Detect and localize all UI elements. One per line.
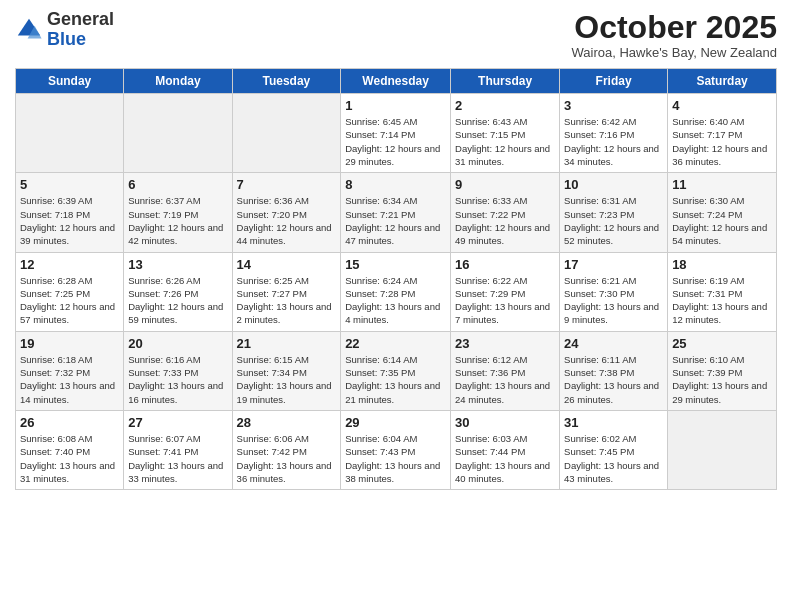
cell-date-number: 23 (455, 336, 555, 351)
cell-date-number: 24 (564, 336, 663, 351)
day-cell-28: 28Sunrise: 6:06 AM Sunset: 7:42 PM Dayli… (232, 410, 341, 489)
week-row-4: 19Sunrise: 6:18 AM Sunset: 7:32 PM Dayli… (16, 331, 777, 410)
day-cell-12: 12Sunrise: 6:28 AM Sunset: 7:25 PM Dayli… (16, 252, 124, 331)
header: General Blue October 2025 Wairoa, Hawke'… (15, 10, 777, 60)
day-header-saturday: Saturday (668, 69, 777, 94)
day-cell-2: 2Sunrise: 6:43 AM Sunset: 7:15 PM Daylig… (451, 94, 560, 173)
cell-daylight-info: Sunrise: 6:42 AM Sunset: 7:16 PM Dayligh… (564, 115, 663, 168)
day-cell-13: 13Sunrise: 6:26 AM Sunset: 7:26 PM Dayli… (124, 252, 232, 331)
day-cell-7: 7Sunrise: 6:36 AM Sunset: 7:20 PM Daylig… (232, 173, 341, 252)
cell-daylight-info: Sunrise: 6:06 AM Sunset: 7:42 PM Dayligh… (237, 432, 337, 485)
cell-date-number: 30 (455, 415, 555, 430)
cell-date-number: 22 (345, 336, 446, 351)
logo: General Blue (15, 10, 114, 50)
cell-daylight-info: Sunrise: 6:24 AM Sunset: 7:28 PM Dayligh… (345, 274, 446, 327)
cell-date-number: 6 (128, 177, 227, 192)
cell-daylight-info: Sunrise: 6:26 AM Sunset: 7:26 PM Dayligh… (128, 274, 227, 327)
cell-date-number: 26 (20, 415, 119, 430)
cell-date-number: 13 (128, 257, 227, 272)
day-header-thursday: Thursday (451, 69, 560, 94)
day-cell-19: 19Sunrise: 6:18 AM Sunset: 7:32 PM Dayli… (16, 331, 124, 410)
day-header-sunday: Sunday (16, 69, 124, 94)
logo-text: General Blue (47, 10, 114, 50)
cell-date-number: 29 (345, 415, 446, 430)
cell-daylight-info: Sunrise: 6:25 AM Sunset: 7:27 PM Dayligh… (237, 274, 337, 327)
day-cell-18: 18Sunrise: 6:19 AM Sunset: 7:31 PM Dayli… (668, 252, 777, 331)
day-cell-3: 3Sunrise: 6:42 AM Sunset: 7:16 PM Daylig… (560, 94, 668, 173)
week-row-2: 5Sunrise: 6:39 AM Sunset: 7:18 PM Daylig… (16, 173, 777, 252)
cell-daylight-info: Sunrise: 6:22 AM Sunset: 7:29 PM Dayligh… (455, 274, 555, 327)
cell-date-number: 28 (237, 415, 337, 430)
cell-daylight-info: Sunrise: 6:11 AM Sunset: 7:38 PM Dayligh… (564, 353, 663, 406)
week-row-1: 1Sunrise: 6:45 AM Sunset: 7:14 PM Daylig… (16, 94, 777, 173)
day-cell-27: 27Sunrise: 6:07 AM Sunset: 7:41 PM Dayli… (124, 410, 232, 489)
day-cell-24: 24Sunrise: 6:11 AM Sunset: 7:38 PM Dayli… (560, 331, 668, 410)
day-cell-17: 17Sunrise: 6:21 AM Sunset: 7:30 PM Dayli… (560, 252, 668, 331)
day-cell-25: 25Sunrise: 6:10 AM Sunset: 7:39 PM Dayli… (668, 331, 777, 410)
week-row-3: 12Sunrise: 6:28 AM Sunset: 7:25 PM Dayli… (16, 252, 777, 331)
cell-daylight-info: Sunrise: 6:14 AM Sunset: 7:35 PM Dayligh… (345, 353, 446, 406)
logo-blue-text: Blue (47, 29, 86, 49)
day-cell-15: 15Sunrise: 6:24 AM Sunset: 7:28 PM Dayli… (341, 252, 451, 331)
day-header-monday: Monday (124, 69, 232, 94)
cell-date-number: 12 (20, 257, 119, 272)
cell-date-number: 8 (345, 177, 446, 192)
day-cell-empty (16, 94, 124, 173)
cell-date-number: 5 (20, 177, 119, 192)
cell-date-number: 18 (672, 257, 772, 272)
cell-daylight-info: Sunrise: 6:28 AM Sunset: 7:25 PM Dayligh… (20, 274, 119, 327)
cell-daylight-info: Sunrise: 6:45 AM Sunset: 7:14 PM Dayligh… (345, 115, 446, 168)
cell-daylight-info: Sunrise: 6:10 AM Sunset: 7:39 PM Dayligh… (672, 353, 772, 406)
cell-date-number: 7 (237, 177, 337, 192)
calendar-table: SundayMondayTuesdayWednesdayThursdayFrid… (15, 68, 777, 490)
day-cell-22: 22Sunrise: 6:14 AM Sunset: 7:35 PM Dayli… (341, 331, 451, 410)
cell-daylight-info: Sunrise: 6:15 AM Sunset: 7:34 PM Dayligh… (237, 353, 337, 406)
cell-daylight-info: Sunrise: 6:43 AM Sunset: 7:15 PM Dayligh… (455, 115, 555, 168)
day-cell-30: 30Sunrise: 6:03 AM Sunset: 7:44 PM Dayli… (451, 410, 560, 489)
cell-daylight-info: Sunrise: 6:30 AM Sunset: 7:24 PM Dayligh… (672, 194, 772, 247)
cell-daylight-info: Sunrise: 6:36 AM Sunset: 7:20 PM Dayligh… (237, 194, 337, 247)
calendar-container: General Blue October 2025 Wairoa, Hawke'… (0, 0, 792, 500)
cell-daylight-info: Sunrise: 6:37 AM Sunset: 7:19 PM Dayligh… (128, 194, 227, 247)
logo-icon (15, 16, 43, 44)
day-cell-26: 26Sunrise: 6:08 AM Sunset: 7:40 PM Dayli… (16, 410, 124, 489)
day-cell-23: 23Sunrise: 6:12 AM Sunset: 7:36 PM Dayli… (451, 331, 560, 410)
cell-date-number: 15 (345, 257, 446, 272)
cell-date-number: 1 (345, 98, 446, 113)
location-subtitle: Wairoa, Hawke's Bay, New Zealand (571, 45, 777, 60)
cell-date-number: 4 (672, 98, 772, 113)
cell-date-number: 16 (455, 257, 555, 272)
cell-date-number: 19 (20, 336, 119, 351)
cell-date-number: 25 (672, 336, 772, 351)
cell-date-number: 17 (564, 257, 663, 272)
cell-daylight-info: Sunrise: 6:21 AM Sunset: 7:30 PM Dayligh… (564, 274, 663, 327)
day-cell-21: 21Sunrise: 6:15 AM Sunset: 7:34 PM Dayli… (232, 331, 341, 410)
cell-daylight-info: Sunrise: 6:03 AM Sunset: 7:44 PM Dayligh… (455, 432, 555, 485)
day-cell-6: 6Sunrise: 6:37 AM Sunset: 7:19 PM Daylig… (124, 173, 232, 252)
logo-general-text: General (47, 9, 114, 29)
cell-daylight-info: Sunrise: 6:18 AM Sunset: 7:32 PM Dayligh… (20, 353, 119, 406)
day-header-row: SundayMondayTuesdayWednesdayThursdayFrid… (16, 69, 777, 94)
day-cell-4: 4Sunrise: 6:40 AM Sunset: 7:17 PM Daylig… (668, 94, 777, 173)
cell-date-number: 14 (237, 257, 337, 272)
cell-date-number: 3 (564, 98, 663, 113)
cell-daylight-info: Sunrise: 6:16 AM Sunset: 7:33 PM Dayligh… (128, 353, 227, 406)
cell-date-number: 31 (564, 415, 663, 430)
day-cell-empty (124, 94, 232, 173)
day-header-wednesday: Wednesday (341, 69, 451, 94)
day-header-tuesday: Tuesday (232, 69, 341, 94)
day-cell-14: 14Sunrise: 6:25 AM Sunset: 7:27 PM Dayli… (232, 252, 341, 331)
day-cell-11: 11Sunrise: 6:30 AM Sunset: 7:24 PM Dayli… (668, 173, 777, 252)
cell-daylight-info: Sunrise: 6:12 AM Sunset: 7:36 PM Dayligh… (455, 353, 555, 406)
day-header-friday: Friday (560, 69, 668, 94)
cell-daylight-info: Sunrise: 6:08 AM Sunset: 7:40 PM Dayligh… (20, 432, 119, 485)
day-cell-31: 31Sunrise: 6:02 AM Sunset: 7:45 PM Dayli… (560, 410, 668, 489)
day-cell-empty (232, 94, 341, 173)
month-title: October 2025 (571, 10, 777, 45)
cell-daylight-info: Sunrise: 6:07 AM Sunset: 7:41 PM Dayligh… (128, 432, 227, 485)
cell-daylight-info: Sunrise: 6:40 AM Sunset: 7:17 PM Dayligh… (672, 115, 772, 168)
cell-date-number: 10 (564, 177, 663, 192)
day-cell-10: 10Sunrise: 6:31 AM Sunset: 7:23 PM Dayli… (560, 173, 668, 252)
day-cell-1: 1Sunrise: 6:45 AM Sunset: 7:14 PM Daylig… (341, 94, 451, 173)
day-cell-9: 9Sunrise: 6:33 AM Sunset: 7:22 PM Daylig… (451, 173, 560, 252)
